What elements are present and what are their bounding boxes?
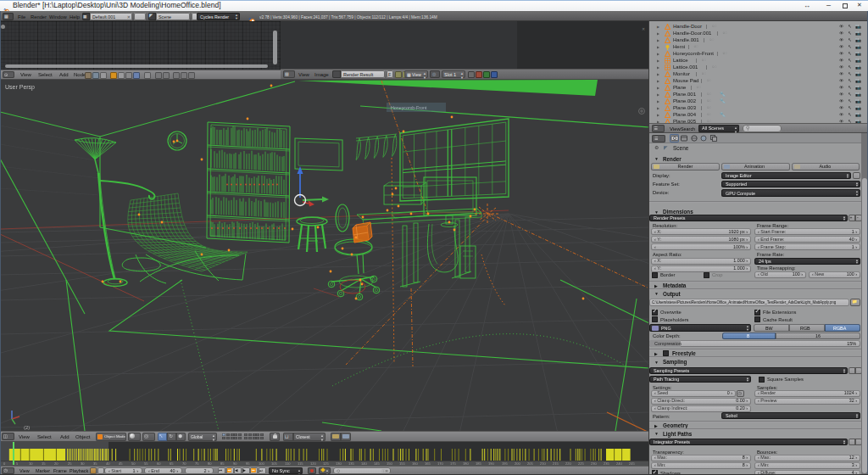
svg-text:(2): (2) <box>24 425 30 430</box>
svg-text:Honeycomb-Front: Honeycomb-Front <box>391 105 427 110</box>
svg-text:User Persp: User Persp <box>5 84 35 91</box>
